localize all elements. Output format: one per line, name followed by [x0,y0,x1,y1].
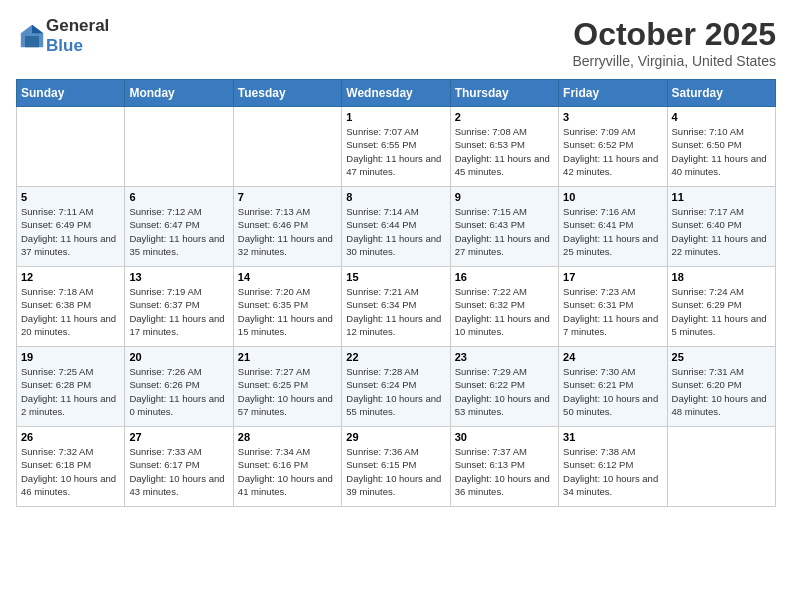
day-number: 20 [129,351,228,363]
day-number: 19 [21,351,120,363]
day-number: 21 [238,351,337,363]
calendar-cell: 18Sunrise: 7:24 AM Sunset: 6:29 PM Dayli… [667,267,775,347]
day-number: 16 [455,271,554,283]
weekday-header-monday: Monday [125,80,233,107]
day-number: 29 [346,431,445,443]
day-info: Sunrise: 7:16 AM Sunset: 6:41 PM Dayligh… [563,205,662,258]
day-number: 11 [672,191,771,203]
day-number: 5 [21,191,120,203]
calendar-cell: 17Sunrise: 7:23 AM Sunset: 6:31 PM Dayli… [559,267,667,347]
day-info: Sunrise: 7:27 AM Sunset: 6:25 PM Dayligh… [238,365,337,418]
day-number: 6 [129,191,228,203]
calendar-cell: 14Sunrise: 7:20 AM Sunset: 6:35 PM Dayli… [233,267,341,347]
day-info: Sunrise: 7:07 AM Sunset: 6:55 PM Dayligh… [346,125,445,178]
day-number: 26 [21,431,120,443]
calendar-cell [125,107,233,187]
svg-marker-1 [32,25,43,33]
day-info: Sunrise: 7:09 AM Sunset: 6:52 PM Dayligh… [563,125,662,178]
svg-rect-2 [25,36,39,47]
day-info: Sunrise: 7:30 AM Sunset: 6:21 PM Dayligh… [563,365,662,418]
calendar-cell: 27Sunrise: 7:33 AM Sunset: 6:17 PM Dayli… [125,427,233,507]
logo: General Blue [16,16,109,56]
day-info: Sunrise: 7:38 AM Sunset: 6:12 PM Dayligh… [563,445,662,498]
calendar-cell: 21Sunrise: 7:27 AM Sunset: 6:25 PM Dayli… [233,347,341,427]
day-number: 10 [563,191,662,203]
weekday-header-thursday: Thursday [450,80,558,107]
calendar-cell: 5Sunrise: 7:11 AM Sunset: 6:49 PM Daylig… [17,187,125,267]
calendar-cell: 16Sunrise: 7:22 AM Sunset: 6:32 PM Dayli… [450,267,558,347]
calendar-cell: 1Sunrise: 7:07 AM Sunset: 6:55 PM Daylig… [342,107,450,187]
day-number: 23 [455,351,554,363]
day-number: 31 [563,431,662,443]
calendar-cell: 3Sunrise: 7:09 AM Sunset: 6:52 PM Daylig… [559,107,667,187]
calendar-cell: 25Sunrise: 7:31 AM Sunset: 6:20 PM Dayli… [667,347,775,427]
page-header: General Blue October 2025 Berryville, Vi… [16,16,776,69]
day-info: Sunrise: 7:36 AM Sunset: 6:15 PM Dayligh… [346,445,445,498]
day-number: 4 [672,111,771,123]
day-info: Sunrise: 7:24 AM Sunset: 6:29 PM Dayligh… [672,285,771,338]
week-row-5: 26Sunrise: 7:32 AM Sunset: 6:18 PM Dayli… [17,427,776,507]
calendar-cell: 4Sunrise: 7:10 AM Sunset: 6:50 PM Daylig… [667,107,775,187]
day-number: 14 [238,271,337,283]
weekday-header-sunday: Sunday [17,80,125,107]
calendar-cell [233,107,341,187]
calendar-cell: 31Sunrise: 7:38 AM Sunset: 6:12 PM Dayli… [559,427,667,507]
calendar-cell: 26Sunrise: 7:32 AM Sunset: 6:18 PM Dayli… [17,427,125,507]
day-number: 28 [238,431,337,443]
calendar-body: 1Sunrise: 7:07 AM Sunset: 6:55 PM Daylig… [17,107,776,507]
day-number: 18 [672,271,771,283]
logo-icon [18,22,46,50]
weekday-header-saturday: Saturday [667,80,775,107]
calendar-cell: 11Sunrise: 7:17 AM Sunset: 6:40 PM Dayli… [667,187,775,267]
calendar-cell: 9Sunrise: 7:15 AM Sunset: 6:43 PM Daylig… [450,187,558,267]
day-info: Sunrise: 7:21 AM Sunset: 6:34 PM Dayligh… [346,285,445,338]
day-info: Sunrise: 7:22 AM Sunset: 6:32 PM Dayligh… [455,285,554,338]
calendar-cell: 19Sunrise: 7:25 AM Sunset: 6:28 PM Dayli… [17,347,125,427]
day-info: Sunrise: 7:10 AM Sunset: 6:50 PM Dayligh… [672,125,771,178]
day-number: 8 [346,191,445,203]
day-info: Sunrise: 7:31 AM Sunset: 6:20 PM Dayligh… [672,365,771,418]
calendar-cell: 8Sunrise: 7:14 AM Sunset: 6:44 PM Daylig… [342,187,450,267]
day-info: Sunrise: 7:28 AM Sunset: 6:24 PM Dayligh… [346,365,445,418]
day-number: 25 [672,351,771,363]
logo-blue: Blue [46,36,83,55]
weekday-header-tuesday: Tuesday [233,80,341,107]
title-block: October 2025 Berryville, Virginia, Unite… [572,16,776,69]
day-number: 30 [455,431,554,443]
day-info: Sunrise: 7:23 AM Sunset: 6:31 PM Dayligh… [563,285,662,338]
calendar-cell: 15Sunrise: 7:21 AM Sunset: 6:34 PM Dayli… [342,267,450,347]
day-info: Sunrise: 7:37 AM Sunset: 6:13 PM Dayligh… [455,445,554,498]
day-info: Sunrise: 7:13 AM Sunset: 6:46 PM Dayligh… [238,205,337,258]
day-info: Sunrise: 7:14 AM Sunset: 6:44 PM Dayligh… [346,205,445,258]
day-number: 12 [21,271,120,283]
week-row-2: 5Sunrise: 7:11 AM Sunset: 6:49 PM Daylig… [17,187,776,267]
weekday-header-wednesday: Wednesday [342,80,450,107]
calendar-cell: 30Sunrise: 7:37 AM Sunset: 6:13 PM Dayli… [450,427,558,507]
calendar-cell: 28Sunrise: 7:34 AM Sunset: 6:16 PM Dayli… [233,427,341,507]
calendar-cell: 24Sunrise: 7:30 AM Sunset: 6:21 PM Dayli… [559,347,667,427]
day-info: Sunrise: 7:33 AM Sunset: 6:17 PM Dayligh… [129,445,228,498]
day-info: Sunrise: 7:18 AM Sunset: 6:38 PM Dayligh… [21,285,120,338]
day-number: 9 [455,191,554,203]
month-title: October 2025 [572,16,776,53]
calendar-cell: 12Sunrise: 7:18 AM Sunset: 6:38 PM Dayli… [17,267,125,347]
week-row-4: 19Sunrise: 7:25 AM Sunset: 6:28 PM Dayli… [17,347,776,427]
location-title: Berryville, Virginia, United States [572,53,776,69]
day-info: Sunrise: 7:12 AM Sunset: 6:47 PM Dayligh… [129,205,228,258]
day-number: 22 [346,351,445,363]
week-row-1: 1Sunrise: 7:07 AM Sunset: 6:55 PM Daylig… [17,107,776,187]
day-info: Sunrise: 7:08 AM Sunset: 6:53 PM Dayligh… [455,125,554,178]
calendar-cell: 6Sunrise: 7:12 AM Sunset: 6:47 PM Daylig… [125,187,233,267]
day-info: Sunrise: 7:29 AM Sunset: 6:22 PM Dayligh… [455,365,554,418]
calendar-cell: 22Sunrise: 7:28 AM Sunset: 6:24 PM Dayli… [342,347,450,427]
calendar-cell: 10Sunrise: 7:16 AM Sunset: 6:41 PM Dayli… [559,187,667,267]
logo-general: General [46,16,109,35]
day-number: 17 [563,271,662,283]
calendar-cell: 2Sunrise: 7:08 AM Sunset: 6:53 PM Daylig… [450,107,558,187]
day-number: 3 [563,111,662,123]
day-number: 15 [346,271,445,283]
day-info: Sunrise: 7:26 AM Sunset: 6:26 PM Dayligh… [129,365,228,418]
week-row-3: 12Sunrise: 7:18 AM Sunset: 6:38 PM Dayli… [17,267,776,347]
day-number: 7 [238,191,337,203]
day-info: Sunrise: 7:11 AM Sunset: 6:49 PM Dayligh… [21,205,120,258]
